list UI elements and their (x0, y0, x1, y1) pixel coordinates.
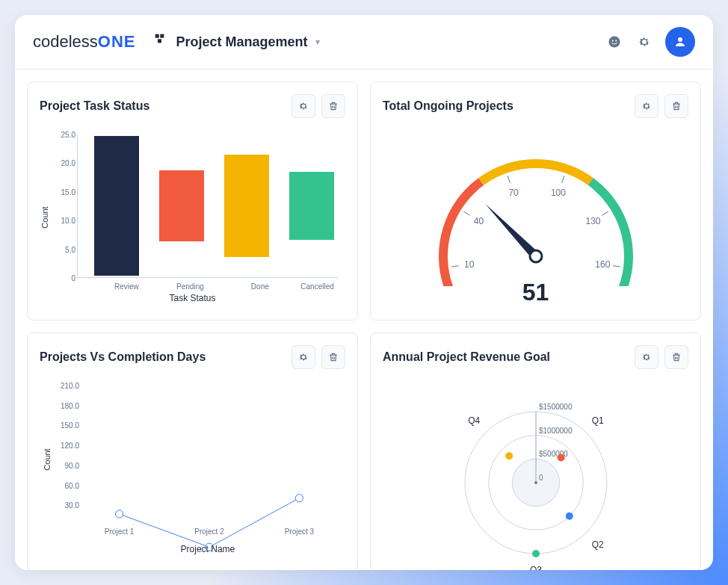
card-header: Annual Project Revenue Goal (383, 345, 688, 369)
y-tick: 20.0 (61, 159, 75, 167)
title-area[interactable]: Project Management ▾ (154, 33, 320, 51)
y-axis-label: Count (40, 206, 49, 228)
gauge-segment (439, 178, 484, 286)
gauge-tick (508, 176, 510, 182)
card-actions (635, 94, 688, 118)
card-task-status: Project Task Status Count05.010.015.020.… (27, 81, 358, 321)
chevron-down-icon: ▾ (315, 37, 320, 47)
brand-part1: codeless (33, 32, 98, 52)
bar (289, 172, 334, 241)
card-revenue-goal: Annual Project Revenue Goal 0$500000$100… (370, 332, 701, 570)
y-tick: 25.0 (61, 131, 75, 139)
y-tick: 10.0 (61, 217, 75, 225)
svg-point-6 (678, 37, 682, 42)
bar-group: Pending (146, 134, 204, 277)
card-actions (635, 345, 688, 369)
y-tick: 15.0 (61, 188, 75, 196)
svg-point-4 (612, 40, 614, 42)
y-tick: 150.0 (61, 421, 79, 430)
settings-icon[interactable] (635, 33, 653, 51)
bar-chart: Count05.010.015.020.025.0ReviewPendingDo… (40, 127, 345, 308)
line-chart: Count30.060.090.0120.0150.0180.0210.0Pro… (40, 378, 345, 559)
x-tick: Project 1 (105, 527, 134, 536)
x-tick: Project 2 (194, 527, 223, 536)
polar-category-label: Q1 (591, 415, 603, 426)
bar (224, 155, 269, 258)
bar-category-label: Review (114, 282, 139, 291)
card-settings-button[interactable] (635, 94, 658, 118)
x-tick: Project 3 (285, 527, 314, 536)
y-axis-label: Count (43, 448, 52, 470)
bar-category-label: Cancelled (300, 282, 333, 291)
polar-category-label: Q2 (591, 539, 603, 550)
card-title: Total Ongoing Projects (383, 99, 513, 113)
gauge-tick-label: 130 (585, 215, 600, 226)
card-settings-button[interactable] (635, 345, 658, 369)
bar-category-label: Done (251, 282, 269, 291)
gauge-hub (530, 250, 542, 262)
line-point (115, 510, 123, 518)
card-completion-days: Projects Vs Completion Days Count30.060.… (27, 332, 358, 570)
x-axis-label: Project Name (181, 544, 235, 554)
gauge-value: 51 (522, 279, 549, 306)
card-settings-button[interactable] (291, 94, 315, 118)
svg-point-5 (615, 40, 617, 42)
x-axis-label: Task Status (169, 293, 215, 303)
card-header: Projects Vs Completion Days (40, 345, 345, 369)
r-tick-label: 0 (539, 474, 543, 482)
svg-rect-0 (155, 34, 158, 38)
gauge-tick-label: 160 (595, 259, 610, 270)
bar (94, 136, 139, 276)
gauge-tick-label: 40 (473, 215, 484, 226)
gauge-chart: 104070100130160 51 (383, 127, 688, 308)
bar (159, 170, 204, 242)
gauge-tick (463, 211, 470, 214)
y-tick: 5.0 (65, 245, 75, 253)
line-point (295, 495, 303, 502)
gauge-segment (587, 178, 632, 286)
card-delete-button[interactable] (321, 345, 345, 369)
y-tick: 210.0 (61, 382, 79, 390)
y-tick: 120.0 (61, 442, 79, 450)
polar-chart: 0$500000$1000000$1500000Q1Q2Q3Q4 (383, 378, 688, 570)
app-switcher-icon (154, 33, 169, 51)
bar-category-label: Pending (176, 282, 204, 291)
card-header: Project Task Status (40, 94, 345, 118)
brand-part2: ONE (98, 32, 136, 52)
y-tick: 60.0 (65, 481, 79, 489)
y-tick: 180.0 (61, 401, 79, 409)
bar-group: Review (81, 134, 139, 277)
user-avatar[interactable] (665, 27, 695, 57)
gauge-tick (561, 176, 564, 182)
card-delete-button[interactable] (664, 345, 688, 369)
polar-point (505, 452, 513, 459)
svg-point-3 (609, 37, 620, 48)
polar-point (557, 454, 564, 461)
r-tick-label: $1500000 (539, 403, 573, 411)
card-title: Annual Project Revenue Goal (383, 350, 550, 364)
svg-rect-1 (160, 34, 164, 38)
gauge-needle (484, 203, 538, 259)
gauge-segment (478, 159, 593, 185)
y-tick: 0 (71, 274, 75, 282)
y-tick: 90.0 (65, 461, 79, 469)
app-window: codelessONE Project Management ▾ Pr (15, 15, 713, 570)
card-title: Project Task Status (40, 99, 149, 113)
page-title: Project Management (176, 34, 308, 50)
card-ongoing-projects: Total Ongoing Projects 104070100130160 5… (370, 81, 701, 321)
card-delete-button[interactable] (321, 94, 345, 118)
dashboard-grid: Project Task Status Count05.010.015.020.… (15, 69, 713, 570)
brand-logo: codelessONE (33, 32, 136, 52)
svg-rect-2 (158, 39, 161, 43)
bar-group: Done (212, 134, 269, 277)
emoji-icon[interactable] (605, 33, 623, 51)
polar-point (565, 513, 573, 520)
card-title: Projects Vs Completion Days (40, 350, 206, 364)
header-actions (605, 27, 695, 57)
gauge-tick-label: 10 (464, 259, 475, 270)
card-settings-button[interactable] (291, 345, 315, 369)
r-tick-label: $1000000 (539, 427, 573, 435)
card-delete-button[interactable] (664, 94, 688, 118)
gauge-tick (602, 211, 608, 214)
gauge-tick-label: 70 (508, 188, 519, 198)
